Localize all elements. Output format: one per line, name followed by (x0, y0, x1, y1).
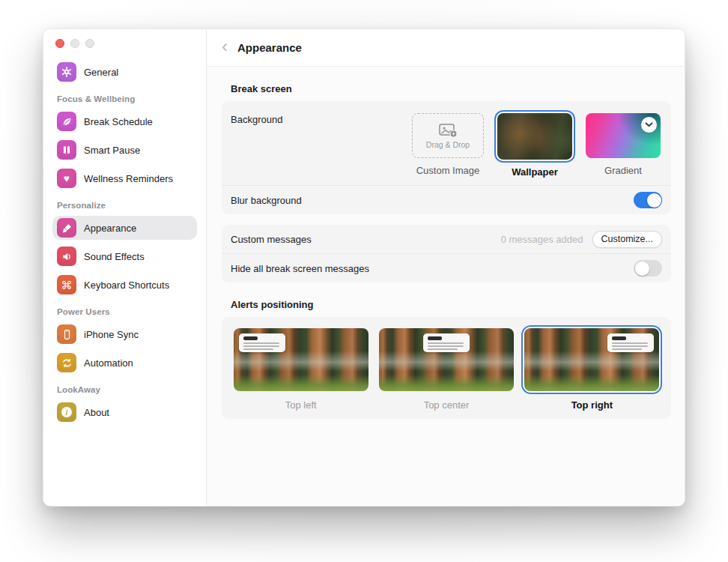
sidebar-section-focus-wellbeing: Focus & Wellbeing (57, 94, 195, 103)
command-icon: ⌘ (57, 275, 76, 294)
sidebar-item-iphone-sync[interactable]: iPhone Sync (52, 322, 197, 346)
position-label: Top left (285, 399, 317, 411)
main-panel: ‹ Appearance Break screen Background (207, 29, 685, 506)
top-right-preview[interactable] (524, 328, 659, 391)
minimize-button[interactable] (70, 39, 79, 48)
gradient-thumbnail[interactable] (586, 113, 661, 158)
info-icon: i (57, 402, 76, 422)
position-label: Top center (424, 399, 470, 411)
desktop-background: General Focus & Wellbeing Break Schedule… (0, 0, 728, 562)
wallpaper-selection-ring (496, 112, 574, 161)
leaf-icon (57, 112, 76, 131)
messages-card: Custom messages 0 messages added Customi… (222, 225, 671, 282)
speaker-icon (57, 247, 76, 266)
sidebar-item-sound-effects[interactable]: Sound Effects (52, 244, 197, 268)
sidebar-item-label: iPhone Sync (84, 329, 139, 340)
break-screen-heading: Break screen (231, 83, 671, 94)
page-title: Appearance (237, 41, 302, 54)
blur-background-label: Blur background (231, 195, 302, 206)
sidebar-item-label: Keyboard Shortcuts (84, 280, 169, 291)
alert-position-top-left[interactable]: Top left (231, 327, 371, 411)
option-label: Custom Image (416, 165, 480, 176)
sidebar-item-appearance[interactable]: Appearance (52, 216, 197, 240)
sidebar-item-general[interactable]: General (52, 60, 197, 84)
sidebar-item-smart-pause[interactable]: Smart Pause (52, 138, 197, 162)
alerts-positioning-card: Top left Top center (222, 317, 671, 419)
pause-icon (57, 140, 76, 160)
close-button[interactable] (55, 39, 64, 48)
sidebar-item-label: Smart Pause (84, 145, 140, 156)
alert-preview-card (607, 333, 654, 352)
alert-position-top-right[interactable]: Top right (522, 327, 662, 411)
position-thumb-wrap (523, 327, 661, 393)
sidebar-item-label: Wellness Reminders (84, 173, 173, 184)
background-row: Background (222, 101, 671, 185)
heart-icon: ♥ (57, 169, 76, 188)
top-center-preview[interactable] (379, 328, 514, 391)
sidebar-item-about[interactable]: i About (52, 400, 197, 424)
sidebar-item-label: Break Schedule (84, 116, 153, 127)
background-option-wallpaper[interactable]: Wallpaper (496, 112, 574, 178)
sidebar-section-power-users: Power Users (57, 307, 195, 316)
custom-messages-label: Custom messages (231, 234, 312, 245)
image-plus-icon (438, 123, 458, 138)
zoom-button[interactable] (85, 39, 94, 48)
break-screen-card: Background (222, 101, 671, 214)
lookaway-settings-window: General Focus & Wellbeing Break Schedule… (43, 28, 685, 507)
sidebar-item-label: General (84, 67, 118, 78)
position-thumb-wrap (377, 327, 515, 393)
settings-content: Break screen Background (207, 67, 685, 429)
window-controls (54, 39, 195, 48)
sidebar-item-label: Appearance (84, 223, 136, 234)
messages-count-status: 0 messages added (501, 234, 583, 245)
alert-preview-card (423, 333, 470, 352)
sidebar-item-label: Automation (84, 357, 133, 369)
page-header: ‹ Appearance (207, 29, 685, 67)
blur-background-toggle[interactable] (634, 192, 662, 208)
position-thumb-wrap (232, 327, 370, 393)
sidebar-item-wellness-reminders[interactable]: ♥ Wellness Reminders (52, 166, 197, 190)
customize-button[interactable]: Customize... (592, 231, 662, 248)
hide-messages-label: Hide all break screen messages (231, 263, 369, 274)
background-option-gradient[interactable]: Gradient (584, 112, 662, 178)
sidebar-item-keyboard-shortcuts[interactable]: ⌘ Keyboard Shortcuts (52, 273, 197, 297)
alert-preview-card (239, 333, 285, 352)
blur-background-row: Blur background (222, 186, 671, 214)
chevron-down-icon[interactable] (641, 117, 657, 133)
hide-messages-row: Hide all break screen messages (222, 254, 671, 282)
sidebar-section-personalize: Personalize (57, 201, 195, 210)
alert-position-top-center[interactable]: Top center (376, 327, 516, 411)
sidebar-item-label: About (84, 407, 109, 418)
background-label: Background (231, 112, 282, 125)
gear-icon (57, 62, 76, 82)
paintbrush-icon (57, 218, 76, 238)
option-label: Gradient (604, 165, 642, 176)
back-button[interactable]: ‹ (222, 37, 228, 55)
option-label: Wallpaper (512, 166, 558, 178)
sidebar-item-automation[interactable]: Automation (52, 351, 197, 375)
alerts-positioning-heading: Alerts positioning (231, 299, 671, 310)
sync-arrows-icon (57, 353, 76, 372)
drag-drop-label: Drag & Drop (426, 140, 470, 149)
iphone-icon (57, 324, 76, 344)
hide-messages-toggle[interactable] (634, 260, 662, 277)
top-left-preview[interactable] (234, 328, 368, 391)
background-option-custom-image[interactable]: Drag & Drop Custom Image (410, 112, 485, 178)
background-options: Drag & Drop Custom Image Wallpaper (410, 112, 662, 178)
drag-drop-zone[interactable]: Drag & Drop (412, 113, 484, 158)
custom-messages-row: Custom messages 0 messages added Customi… (222, 225, 671, 253)
wallpaper-thumbnail[interactable] (497, 113, 572, 160)
sidebar: General Focus & Wellbeing Break Schedule… (43, 29, 207, 506)
position-label: Top right (571, 399, 613, 411)
sidebar-item-label: Sound Effects (84, 251, 145, 262)
sidebar-section-lookaway: LookAway (57, 385, 195, 394)
sidebar-item-break-schedule[interactable]: Break Schedule (52, 109, 197, 133)
